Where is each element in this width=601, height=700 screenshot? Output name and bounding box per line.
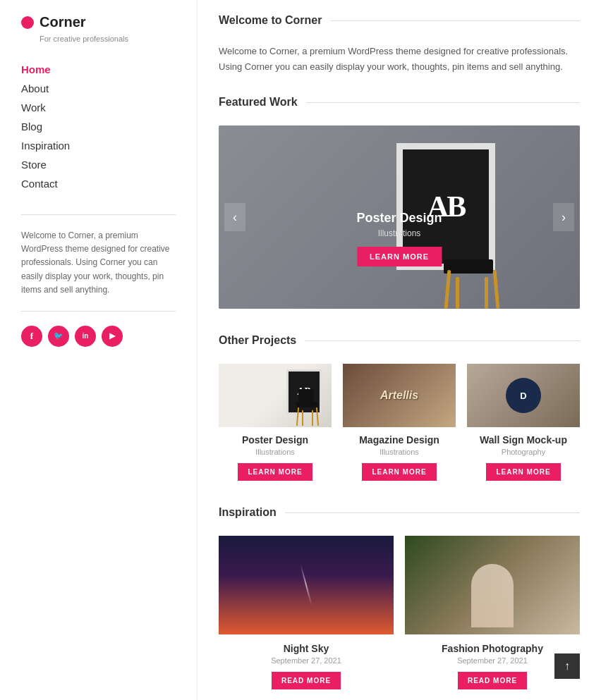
linkedin-icon[interactable]: in [75,326,96,347]
project-learn-more-2[interactable]: LEARN MORE [362,463,436,481]
featured-line [306,102,580,103]
inspiration-read-more-2[interactable]: READ MORE [458,672,527,689]
inspiration-title-1: Night Sky [219,643,394,654]
facebook-icon[interactable]: f [21,326,42,347]
nav-item-work[interactable]: Work [21,98,176,117]
project-name-1: Poster Design [219,434,332,446]
inspiration-title: Inspiration [219,506,277,519]
sidebar-divider-2 [21,311,176,312]
sidebar-description: Welcome to Corner, a premium WordPress t… [21,229,176,297]
main-content: Welcome to Corner Welcome to Corner, a p… [198,0,601,700]
welcome-title: Welcome to Corner [219,14,322,27]
inspiration-card-1: Night Sky September 27, 2021 READ MORE [219,536,394,689]
main-nav: Home About Work Blog Inspiration Store C… [21,60,176,193]
welcome-text: Welcome to Corner, a premium WordPress t… [219,44,580,75]
inspiration-date-1: September 27, 2021 [219,656,394,665]
project-learn-more-1[interactable]: LEARN MORE [238,463,312,481]
featured-header: Featured Work [219,96,580,114]
nav-item-contact[interactable]: Contact [21,174,176,193]
slider-prev-button[interactable]: ‹ [224,203,245,231]
inspiration-header: Inspiration [219,506,580,524]
sidebar: Corner For creative professionals Home A… [0,0,198,700]
project-learn-more-3[interactable]: LEARN MORE [486,463,560,481]
inspiration-card-2: Fashion Photography September 27, 2021 R… [405,536,580,689]
chair-silhouette [440,224,504,309]
nav-item-store[interactable]: Store [21,155,176,174]
inspiration-section: Inspiration Night Sky September 27, 2021… [219,506,580,689]
slide-learn-more-button[interactable]: LEARN MORE [357,247,442,266]
sidebar-divider [21,214,176,215]
project-card-1: AB Poster Design Illustrations [219,364,332,481]
featured-slider: AB Poster Design Illustrations [219,125,580,309]
scroll-top-button[interactable]: ↑ [554,653,580,679]
nav-item-home[interactable]: Home [21,60,176,79]
inspiration-thumb-2 [405,536,580,634]
inspiration-line [285,512,580,513]
inspiration-date-2: September 27, 2021 [405,656,580,665]
nav-item-inspiration[interactable]: Inspiration [21,136,176,155]
projects-title: Other Projects [219,334,296,347]
slider-next-button[interactable]: › [553,203,574,231]
project-card-3: D Wall Sign Mock-up Photography LEARN MO… [467,364,580,481]
inspiration-thumb-1 [219,536,394,634]
slide-category: Illustrations [356,228,442,238]
slide-title: Poster Design [356,211,442,226]
social-icons: f 🐦 in ▶ [21,326,176,347]
project-thumb-1: AB [219,364,332,427]
nav-item-about[interactable]: About [21,79,176,98]
nav-item-blog[interactable]: Blog [21,117,176,136]
projects-grid: AB Poster Design Illustrations [219,364,580,481]
twitter-icon[interactable]: 🐦 [48,326,69,347]
thumb2-text: Artellis [343,364,456,427]
welcome-section: Welcome to Corner Welcome to Corner, a p… [219,14,580,75]
featured-title: Featured Work [219,96,298,109]
project-cat-1: Illustrations [219,448,332,456]
project-name-2: Magazine Design [343,434,456,446]
projects-header: Other Projects [219,334,580,352]
welcome-line [330,20,580,21]
inspiration-title-2: Fashion Photography [405,643,580,654]
projects-line [305,340,580,341]
logo-text: Corner [40,14,86,30]
project-thumb-2: Artellis [343,364,456,427]
youtube-icon[interactable]: ▶ [102,326,123,347]
project-thumb-3: D [467,364,580,427]
inspiration-read-more-1[interactable]: READ MORE [272,672,341,689]
slider-caption: Poster Design Illustrations LEARN MORE [356,211,442,266]
project-cat-2: Illustrations [343,448,456,456]
project-name-3: Wall Sign Mock-up [467,434,580,446]
thumb3-logo: D [506,378,541,413]
projects-section: Other Projects AB [219,334,580,481]
tagline: For creative professionals [21,35,176,43]
meteor-line [300,565,312,606]
welcome-header: Welcome to Corner [219,14,580,32]
logo-area: Corner [21,14,176,30]
project-card-2: Artellis Magazine Design Illustrations L… [343,364,456,481]
logo-dot [21,16,34,29]
thumb1-chair [295,389,320,426]
figure-silhouette [471,564,514,627]
inspiration-grid: Night Sky September 27, 2021 READ MORE F… [219,536,580,689]
featured-section: Featured Work AB [219,96,580,309]
project-cat-3: Photography [467,448,580,456]
